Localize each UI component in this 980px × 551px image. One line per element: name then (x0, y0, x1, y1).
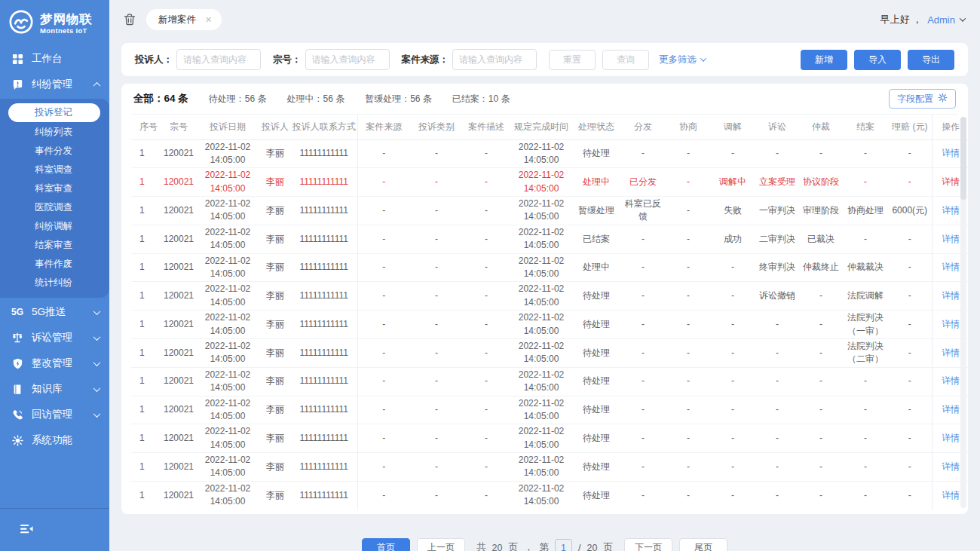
table-cell: - (888, 396, 932, 424)
table-cell: - (799, 481, 843, 509)
sidebar-other-items: 5G5G推送诉讼管理整改管理知识库回访管理系统功能 (0, 301, 109, 452)
table-cell: - (666, 396, 710, 424)
export-button[interactable]: 导出 (908, 50, 954, 70)
brand-logo: 梦网物联 Montnets IoT (0, 0, 109, 44)
filter-input-1[interactable] (176, 49, 261, 70)
table-cell: 2022-11-02 14:05:00 (510, 367, 573, 396)
table-row: 11200212022-11-02 14:05:00李丽11111111111-… (131, 311, 969, 339)
page-prev-button[interactable]: 上一页 (417, 538, 465, 551)
filter-input-2[interactable] (305, 49, 390, 70)
sidebar-subitem-4[interactable]: 科室调查 (0, 161, 109, 179)
detail-link[interactable]: 详情 (942, 262, 960, 272)
sidebar-subitem-2[interactable]: 纠纷列表 (0, 123, 109, 142)
table-cell: 1 (131, 253, 161, 282)
sidebar-item-scales[interactable]: 诉讼管理 (0, 326, 109, 349)
sidebar-item-gear[interactable]: 系统功能 (0, 429, 109, 452)
detail-link[interactable]: 详情 (942, 461, 960, 472)
table-cell: - (666, 453, 710, 482)
sidebar-subitem-7[interactable]: 纠纷调解 (0, 217, 109, 236)
field-config-button[interactable]: 字段配置 (889, 89, 956, 109)
table-cell: - (666, 367, 710, 396)
sidebar-subitem-9[interactable]: 事件作废 (0, 255, 109, 274)
stat-total: 全部：64 条 (133, 92, 188, 106)
filter-field-label: 宗号： (273, 54, 302, 66)
detail-link[interactable]: 详情 (942, 205, 960, 216)
gear-icon (938, 93, 948, 105)
table-cell: 11111111111 (291, 424, 357, 453)
sidebar-item-book[interactable]: 知识库 (0, 378, 109, 400)
page-next-button[interactable]: 下一页 (624, 538, 672, 551)
page-total-prefix: 共 (476, 541, 486, 551)
tab-new-case[interactable]: 新增案件 ✕ (146, 9, 222, 30)
column-header: 宗号 (161, 115, 196, 139)
sidebar-subitem-1[interactable]: 投诉登记 (8, 103, 100, 122)
sidebar-subitem-6[interactable]: 医院调查 (0, 198, 109, 217)
sidebar-subitem-10[interactable]: 统计纠纷 (0, 274, 109, 292)
username[interactable]: Admin (927, 14, 955, 26)
detail-link[interactable]: 详情 (942, 234, 960, 244)
sidebar-item-phone[interactable]: 回访管理 (0, 403, 109, 426)
sidebar-item-label: 整改管理 (32, 357, 72, 370)
trash-icon[interactable] (123, 13, 136, 26)
table-cell: - (843, 225, 888, 253)
table-cell: - (710, 481, 755, 509)
filter-field: 案件来源： (402, 49, 537, 70)
table-cell: - (843, 396, 888, 424)
collapse-menu-icon[interactable] (20, 523, 34, 537)
detail-link[interactable]: 详情 (942, 290, 960, 301)
chevron-down-icon[interactable] (960, 15, 966, 21)
detail-link[interactable]: 详情 (942, 176, 960, 187)
table-cell: - (410, 139, 463, 168)
add-button[interactable]: 新增 (801, 50, 847, 70)
column-header: 处理状态 (573, 115, 620, 139)
sidebar-item-workbench[interactable]: 工作台 (0, 47, 109, 70)
pagination: 首页 上一页 共 20 页 ， 第 1 / 20 页 下一页 尾页 (109, 538, 980, 551)
table-cell: 120021 (161, 197, 196, 225)
table-cell: - (463, 197, 510, 225)
sidebar-item-dispute[interactable]: 纠纷管理 (0, 73, 109, 96)
sidebar-subitem-8[interactable]: 结案审查 (0, 236, 109, 255)
detail-link[interactable]: 详情 (942, 347, 960, 358)
stat-item: 处理中：56 条 (286, 93, 345, 106)
table-cell: 待处理 (573, 311, 620, 339)
sidebar-subitem-3[interactable]: 事件分发 (0, 142, 109, 161)
detail-link[interactable]: 详情 (942, 404, 960, 415)
page-first-button[interactable]: 首页 (362, 538, 410, 551)
table-cell: - (710, 453, 755, 482)
page-unit: 页 (509, 541, 519, 551)
user-greeting: 早上好 ， Admin (880, 13, 965, 26)
detail-link[interactable]: 详情 (942, 490, 960, 500)
table-cell: - (755, 424, 799, 453)
import-button[interactable]: 导入 (854, 50, 901, 70)
table-cell: 2022-11-02 14:05:00 (510, 197, 573, 225)
filter-input-3[interactable] (452, 49, 537, 70)
stat-items: 待处理：56 条处理中：56 条暂缓处理：56 条已结案：10 条 (209, 93, 510, 106)
sidebar-item-5g[interactable]: 5G5G推送 (0, 301, 109, 323)
greeting-text: 早上好 ， (880, 13, 923, 26)
reset-button[interactable]: 重置 (549, 50, 596, 70)
table-cell: - (710, 253, 755, 282)
table-cell: 待处理 (573, 396, 620, 424)
sidebar-subitem-5[interactable]: 科室审查 (0, 179, 109, 198)
table-cell: 2022-11-02 14:05:00 (510, 424, 573, 453)
detail-link[interactable]: 详情 (942, 375, 960, 386)
table-row: 11200212022-11-02 14:05:00李丽11111111111-… (131, 396, 969, 424)
close-icon[interactable]: ✕ (205, 15, 212, 25)
table-cell: - (463, 168, 510, 197)
table-cell: 11111111111 (291, 453, 357, 482)
scrollbar-thumb[interactable] (960, 117, 966, 200)
detail-link[interactable]: 详情 (942, 433, 960, 443)
page-last-button[interactable]: 尾页 (679, 538, 727, 551)
more-filters-link[interactable]: 更多筛选 (659, 54, 706, 66)
page-comma: ， (524, 541, 534, 551)
scrollbar-track[interactable] (960, 117, 966, 508)
table-row: 11200212022-11-02 14:05:00李丽11111111111-… (131, 139, 969, 168)
page-current-input[interactable]: 1 (555, 539, 572, 551)
table-cell: 2022-11-02 14:05:00 (196, 197, 259, 225)
search-button[interactable]: 查询 (602, 50, 649, 70)
detail-link[interactable]: 详情 (942, 148, 960, 158)
detail-link[interactable]: 详情 (942, 319, 960, 329)
sidebar-item-shield[interactable]: 整改管理 (0, 352, 109, 375)
table-cell: 1 (131, 453, 161, 482)
table-cell: - (357, 311, 410, 339)
